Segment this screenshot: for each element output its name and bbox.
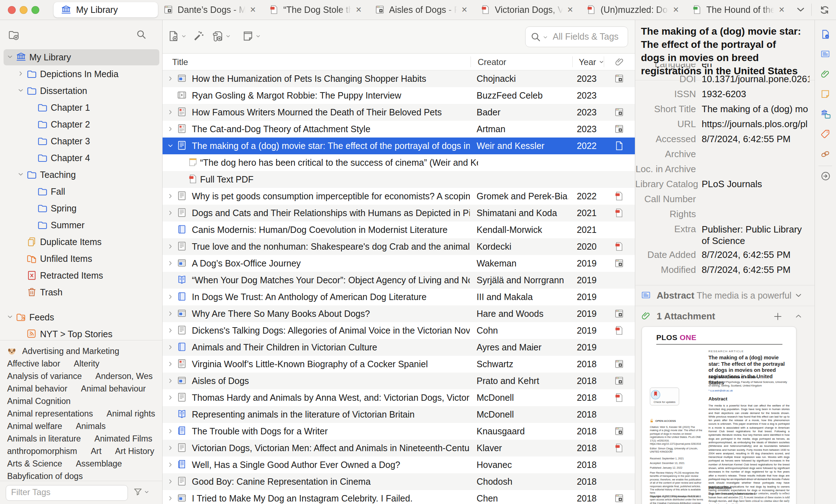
chevron-right-icon[interactable] — [168, 76, 173, 81]
item-row[interactable]: The making of a (dog) movie star: The ef… — [163, 138, 635, 154]
tab-reader[interactable]: The Hound of the Ba× — [690, 0, 794, 19]
chevron-right-icon[interactable] — [168, 462, 173, 468]
add-by-identifier-button[interactable] — [193, 30, 205, 42]
tab-reader[interactable]: (Un)muzzled: Dogs× — [584, 0, 688, 19]
item-row[interactable]: “When Your Dog Matches Your Decor”: Obje… — [163, 272, 635, 289]
rail-related-button[interactable] — [820, 149, 830, 159]
chevron-right-icon[interactable] — [168, 428, 173, 434]
close-tab-icon[interactable]: × — [673, 4, 679, 15]
field-value[interactable]: PLoS Journals — [702, 179, 810, 190]
sidebar-item-feeds[interactable]: Feeds — [4, 309, 159, 325]
filter-tags-input[interactable] — [10, 487, 123, 498]
item-row[interactable]: Ryan Gosling & Margot Robbie: The Puppy … — [163, 87, 635, 104]
tab-reader[interactable]: “The Dog Stole the × — [267, 0, 371, 19]
item-row[interactable]: Aisles of DogsPrato and Kehrt2018 — [163, 373, 635, 389]
field-value[interactable]: 8/7/2024, 6:42:55 PM — [702, 264, 810, 275]
field-date-added[interactable]: Date Added8/7/2024, 6:42:55 PM — [635, 249, 815, 261]
rail-notes-button[interactable] — [820, 89, 830, 99]
attachments-section-header[interactable]: 1 Attachment — [635, 308, 815, 324]
close-tab-icon[interactable]: × — [567, 4, 573, 15]
tag[interactable]: Animal behavior — [7, 384, 68, 394]
tab-reader[interactable]: Aisles of Dogs - Prat× — [372, 0, 477, 19]
sidebar-item-unfiled-items[interactable]: Unfiled Items — [4, 251, 159, 267]
items-search-input[interactable] — [552, 31, 625, 42]
sidebar-item-duplicate-items[interactable]: Duplicate Items — [4, 234, 159, 250]
close-tab-icon[interactable]: × — [779, 4, 785, 15]
sidebar-item-retracted-items[interactable]: Retracted Items — [4, 268, 159, 284]
sidebar-item-my-library[interactable]: My Library — [4, 49, 159, 65]
item-row[interactable]: In Dogs We Trust: An Anthology of Americ… — [163, 289, 635, 305]
item-row[interactable]: How the Humanization of Pets Is Changing… — [163, 70, 635, 87]
tag[interactable]: Art History — [115, 446, 154, 456]
rail-libraries-collections-button[interactable] — [820, 109, 831, 120]
tag[interactable]: Arts & Science — [7, 459, 62, 469]
item-row[interactable]: Thomas Hardy and Animals by Anna West, a… — [163, 389, 635, 406]
chevron-down-icon[interactable] — [18, 88, 24, 93]
sidebar-item-chapter-1[interactable]: Chapter 1 — [4, 100, 159, 116]
tag[interactable]: Animal Cognition — [7, 396, 71, 406]
item-row[interactable]: How Famous Writers Mourned the Death of … — [163, 104, 635, 121]
sidebar-item-chapter-2[interactable]: Chapter 2 — [4, 116, 159, 133]
rail-abstract-button[interactable] — [820, 49, 830, 59]
item-row[interactable]: The Cat-and-Dog Theory of Attachment Sty… — [163, 121, 635, 138]
item-row[interactable]: Good Boy: Canine Representation in Cinem… — [163, 473, 635, 490]
attachments-collapse-chevron-icon[interactable] — [795, 313, 802, 320]
sidebar-item-chapter-3[interactable]: Chapter 3 — [4, 133, 159, 149]
column-header-creator[interactable]: Creator — [478, 57, 506, 67]
column-header-title[interactable]: Title — [172, 57, 188, 67]
sidebar-item-fall[interactable]: Fall — [4, 184, 159, 200]
minimize-window-button[interactable] — [20, 6, 28, 14]
close-tab-icon[interactable]: × — [356, 4, 362, 15]
attachment-preview-card[interactable]: PLOS ONE Check for updates OPEN ACCESS C… — [642, 326, 796, 504]
chevron-right-icon[interactable] — [168, 378, 173, 384]
rail-tags-button[interactable] — [820, 129, 830, 139]
sidebar-item-spring[interactable]: Spring — [4, 200, 159, 216]
chevron-right-icon[interactable] — [168, 395, 173, 400]
tab-overflow-button[interactable] — [796, 5, 805, 14]
item-row[interactable]: Canis Modernis: Human/Dog Coevolution in… — [163, 221, 635, 238]
chevron-right-icon[interactable] — [168, 328, 173, 333]
tag[interactable]: Animal rights — [106, 409, 155, 419]
sync-button[interactable] — [819, 4, 830, 16]
field-value[interactable]: 1932-6203 — [702, 89, 810, 100]
item-row[interactable]: The Trouble with Dogs for a WriterKnausg… — [163, 423, 635, 440]
chevron-down-icon[interactable] — [168, 143, 173, 149]
sidebar-item-dissertation[interactable]: Dissertation — [4, 83, 159, 99]
item-row[interactable]: Well, Has a Single Good Author Ever Owne… — [163, 456, 635, 473]
field-loc-in-archive[interactable]: Loc. in Archive — [635, 164, 815, 176]
chevron-down-icon[interactable] — [7, 54, 13, 60]
column-header-year[interactable]: Year — [579, 57, 596, 67]
field-value[interactable]: https://journals.plos.org/pl … — [702, 119, 810, 130]
column-header-attachment-icon[interactable] — [614, 57, 624, 67]
field-value[interactable]: 10.1371/journal.pone.0261 … — [702, 74, 810, 85]
field-call-number[interactable]: Call Number — [635, 194, 815, 206]
field-short-title[interactable]: Short TitleThe making of a (dog) mo … — [635, 104, 815, 116]
rail-attachments-button[interactable] — [820, 69, 830, 79]
new-item-button[interactable] — [168, 30, 186, 42]
field-doi[interactable]: DOI10.1371/journal.pone.0261 … — [635, 74, 815, 86]
sidebar-item-trash[interactable]: Trash — [4, 284, 159, 300]
tag[interactable]: Animals in literature — [7, 434, 81, 444]
sidebar-item-summer[interactable]: Summer — [4, 217, 159, 233]
new-collection-button[interactable] — [8, 29, 20, 41]
sidebar-item-depictions-in-media[interactable]: Depictions In Media — [4, 66, 159, 82]
chevron-right-icon[interactable] — [168, 344, 173, 350]
new-attachment-button[interactable] — [212, 30, 230, 42]
column-separator[interactable] — [572, 56, 573, 67]
tab-reader[interactable]: Victorian Dogs, Vict× — [478, 0, 582, 19]
close-tab-icon[interactable]: × — [250, 4, 256, 15]
close-window-button[interactable] — [8, 6, 16, 14]
chevron-right-icon[interactable] — [168, 260, 173, 266]
column-separator[interactable] — [604, 56, 604, 67]
chevron-right-icon[interactable] — [168, 361, 173, 367]
tag[interactable]: Art — [91, 446, 101, 456]
tag[interactable]: Assemblage — [76, 459, 122, 469]
chevron-right-icon[interactable] — [168, 479, 173, 484]
field-rights[interactable]: Rights — [635, 209, 815, 221]
tag[interactable]: Alterity — [74, 359, 99, 369]
tag[interactable]: Affective labor — [7, 359, 60, 369]
field-value[interactable]: 8/7/2024, 6:42:55 PM — [702, 249, 810, 260]
tag[interactable]: Animal behaviour — [81, 384, 146, 394]
chevron-down-icon[interactable] — [7, 314, 13, 320]
field-language[interactable]: Languageen — [635, 64, 815, 71]
